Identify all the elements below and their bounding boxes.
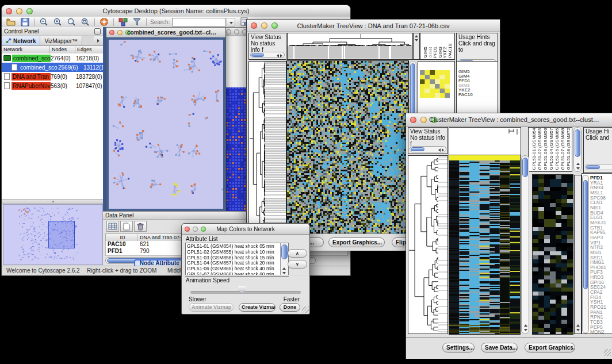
attribute-list-item[interactable]: GPL51-07 (GSM868) heat shock 60 min	[186, 272, 281, 277]
tv2-column-vscrollbar[interactable]	[573, 127, 582, 172]
tv2-heatmap[interactable]	[449, 155, 520, 334]
tv2-column-labels-panel: GPL51-01 (GSM854)GPL51-02 (GSM855)GPL51-…	[528, 127, 572, 172]
network-canvas[interactable]	[109, 40, 223, 209]
treeview-window-combined: ClusterMaker TreeView : combined_scores_…	[406, 113, 612, 359]
gene-list-scrollbar[interactable]	[582, 175, 589, 334]
network-name-cell: combined_sco	[2, 64, 58, 71]
close-icon[interactable]	[410, 117, 416, 123]
minimize-icon[interactable]	[193, 227, 198, 232]
minimize-icon[interactable]	[420, 117, 427, 123]
tv2-column-dendrogram[interactable]	[449, 128, 521, 155]
tv1-heatmap[interactable]	[287, 61, 408, 233]
tv2-secondary-heatmap[interactable]	[533, 175, 573, 334]
zoom-in-icon[interactable]	[51, 17, 64, 27]
tv1-mini-scrollbar[interactable]	[413, 33, 420, 60]
toolbar-separator	[113, 18, 114, 26]
column-header-edges[interactable]: Edges	[75, 46, 103, 53]
column-label: PAC10	[447, 44, 453, 58]
minimize-icon[interactable]	[16, 8, 22, 14]
close-icon[interactable]	[226, 29, 231, 35]
row-label: PAC10	[458, 93, 473, 97]
minimize-icon[interactable]	[234, 29, 239, 35]
close-icon[interactable]	[6, 8, 12, 14]
tab-vizmapper[interactable]: VizMapper™	[40, 36, 82, 45]
network-list-item[interactable]: DNA and Tran 07769(0)183728(0)	[2, 72, 103, 81]
tv2-row-dendrogram[interactable]	[408, 156, 447, 334]
edges-count: 107847(0)	[76, 83, 103, 89]
tv1-correlation-matrix[interactable]	[420, 70, 450, 98]
column-header-id[interactable]: ID	[106, 234, 138, 241]
search-dropdown-button[interactable]	[227, 18, 235, 26]
network-overview-panel	[3, 204, 103, 265]
tv2-heatmap-vscrollbar[interactable]	[521, 155, 529, 334]
zoom-fit-icon[interactable]	[65, 17, 78, 27]
data-panel-toolbar	[106, 221, 148, 232]
edges-count: 183728(0)	[76, 74, 103, 80]
column-header-nodes[interactable]: Nodes	[50, 46, 75, 53]
minimize-icon[interactable]	[117, 30, 123, 35]
help-icon[interactable]	[98, 17, 110, 27]
trash-icon[interactable]	[134, 221, 147, 232]
table-icon[interactable]	[106, 221, 119, 232]
network-name: DNA and Tran 07	[12, 73, 51, 81]
done-button[interactable]: Done	[280, 303, 300, 312]
close-icon[interactable]	[185, 227, 190, 232]
animate-vizmap-button[interactable]: Animate Vizmap	[189, 303, 234, 312]
network-list-item[interactable]: RNAPuberNov2+563(0)107847(0)	[2, 81, 103, 90]
usage-hints-text: Click and	[586, 135, 612, 141]
overview-viewport-rect[interactable]	[48, 221, 75, 248]
tv1-row-labels-panel: GIM5GIM4PFD1GIM3YKE2PAC10	[456, 61, 498, 120]
view-status-scrollbar[interactable]	[250, 52, 285, 58]
close-icon[interactable]	[109, 30, 114, 35]
export-graphics-button[interactable]: Export Graphics...	[525, 343, 575, 352]
value-cell: 790	[140, 248, 150, 255]
open-icon[interactable]	[5, 17, 17, 27]
column-header-network[interactable]: Network	[2, 46, 50, 53]
move-down-button[interactable]: ∨	[288, 260, 307, 269]
vizmapper-icon[interactable]	[117, 17, 129, 27]
create-vizmap-button[interactable]: Create Vizmap	[239, 303, 276, 312]
new-doc-icon[interactable]	[120, 221, 133, 232]
view-status-scrollbar[interactable]	[410, 146, 446, 152]
usage-hints-title: Usage Hints	[458, 34, 496, 40]
tv2-titlebar[interactable]: ClusterMaker TreeView : combined_scores_…	[406, 113, 612, 127]
zoom-region-icon[interactable]	[79, 17, 91, 27]
zoom-out-icon[interactable]	[37, 17, 50, 27]
export-graphics-button[interactable]: Export Graphics...	[328, 237, 385, 247]
search-input[interactable]	[172, 18, 226, 26]
tab-overflow-arrow[interactable]	[94, 36, 103, 45]
tv1-titlebar[interactable]: ClusterMaker TreeView : DNA and Tran 07-…	[247, 20, 500, 32]
tab-network[interactable]: Network	[2, 36, 40, 45]
tv1-row-dendrogram[interactable]	[249, 62, 286, 233]
settings-button[interactable]: Settings...	[442, 343, 475, 352]
tv1-matrix-panel	[418, 61, 455, 120]
minimize-icon[interactable]	[261, 22, 267, 29]
tv1-column-dendrogram[interactable]	[288, 33, 412, 59]
close-icon[interactable]	[251, 22, 257, 29]
network-list-item[interactable]: combined_scores2764(0)16218(0)	[2, 53, 103, 63]
main-titlebar[interactable]: Cytoscape Desktop (Session Name: collins…	[2, 5, 350, 17]
resize-grip[interactable]	[302, 306, 309, 313]
animation-speed-slider-track[interactable]	[190, 291, 301, 294]
network-table-header: Network Nodes Edges	[2, 46, 103, 54]
save-data-button[interactable]: Save Data...	[481, 343, 518, 352]
move-up-button[interactable]: ∧	[288, 249, 307, 258]
view-status-text: No status info f	[251, 40, 284, 53]
control-panel-title: Control Panel	[4, 28, 39, 35]
background-network-canvas[interactable]	[224, 87, 249, 211]
data-panel-title: Data Panel	[105, 212, 133, 219]
control-panel-tabs: Network VizMapper™	[2, 36, 103, 46]
network-list-item[interactable]: combined_sco2569(6)13112(15)	[2, 63, 103, 72]
usage-hints-scrollbar[interactable]	[585, 164, 612, 170]
tv2-secondary-scroll-strip[interactable]	[574, 175, 582, 334]
dialog-titlebar[interactable]: Map Colors to Network	[182, 224, 309, 235]
network-window-titlebar[interactable]: combined_scores_good.txt--cluste...	[106, 28, 225, 38]
resize-grip[interactable]	[604, 349, 611, 356]
value-cell: 621	[140, 241, 150, 248]
save-icon[interactable]	[18, 17, 31, 27]
float-panel-icon[interactable]	[94, 28, 101, 35]
panel-splitter[interactable]	[2, 199, 103, 204]
attribute-list-scrollbar[interactable]	[280, 243, 288, 276]
filter-icon[interactable]	[131, 17, 143, 27]
nodes-count: 2569(6)	[58, 64, 83, 71]
